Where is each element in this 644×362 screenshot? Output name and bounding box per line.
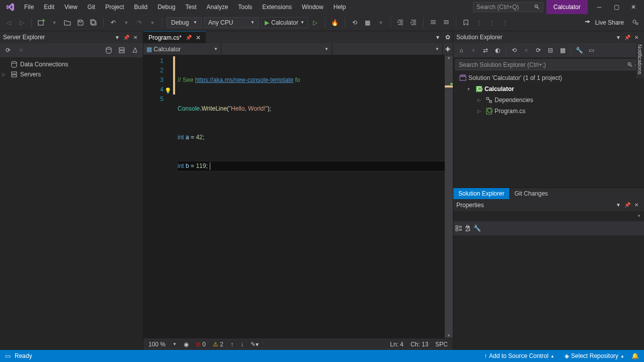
warning-icon[interactable]: ⚠ <box>213 341 218 348</box>
menu-tools[interactable]: Tools <box>233 2 257 13</box>
wrench-icon[interactable]: 🔧 <box>473 225 481 232</box>
select-repository-button[interactable]: ◈ Select Repository ▲ <box>561 352 627 359</box>
live-share-label[interactable]: Live Share <box>595 19 624 26</box>
dropdown-icon[interactable]: ▼ <box>614 33 623 42</box>
redo-button[interactable]: ↷ <box>134 17 145 28</box>
home-icon[interactable]: ⌂ <box>456 45 466 55</box>
zoom-level[interactable]: 100 % <box>148 341 166 348</box>
maximize-button[interactable]: ▢ <box>608 0 625 14</box>
chevron-right-icon[interactable]: ▷ <box>2 72 8 77</box>
menu-edit[interactable]: Edit <box>39 2 59 13</box>
chevron-down-icon[interactable]: ▾ <box>467 86 473 92</box>
close-button[interactable]: ✕ <box>625 0 642 14</box>
dependencies-node[interactable]: ▷ Dependencies <box>453 95 644 106</box>
close-icon[interactable]: ✕ <box>632 201 641 210</box>
chevron-right-icon[interactable]: ▷ <box>477 98 484 103</box>
show-all-files-icon[interactable]: ▦ <box>557 45 568 55</box>
pin-icon[interactable]: 📌 <box>623 33 632 42</box>
dropdown-icon[interactable]: ▾ <box>375 17 386 28</box>
type-combo[interactable]: ▼ <box>221 43 332 55</box>
new-project-button[interactable] <box>36 17 47 28</box>
project-node[interactable]: ▾ C# Calculator <box>453 83 644 95</box>
menu-project[interactable]: Project <box>100 2 129 13</box>
platform-combo[interactable]: Any CPU▼ <box>204 17 259 28</box>
tab-git-changes[interactable]: Git Changes <box>509 188 553 199</box>
indent-icon[interactable] <box>408 17 419 28</box>
nav-forward-button[interactable]: ▷ <box>16 17 27 28</box>
stop-icon[interactable]: ✕ <box>16 45 26 55</box>
preview-icon[interactable]: ▭ <box>586 45 596 55</box>
project-combo[interactable]: ▦ Calculator▼ <box>143 43 221 55</box>
alphabetical-icon[interactable]: AZ <box>464 225 471 232</box>
categorized-icon[interactable] <box>455 225 462 232</box>
dropdown-icon[interactable]: ▾ <box>121 17 132 28</box>
outdent-icon[interactable] <box>395 17 406 28</box>
menu-analyze[interactable]: Analyze <box>202 2 233 13</box>
chevron-right-icon[interactable]: ▷ <box>477 109 484 114</box>
dropdown-icon[interactable]: ▼ <box>614 201 623 210</box>
dropdown-icon[interactable]: ▾ <box>147 17 158 28</box>
dropdown-icon[interactable]: ▾ <box>433 32 443 42</box>
dropdown-icon[interactable]: ▾ <box>468 45 478 55</box>
minimize-button[interactable]: ─ <box>591 0 608 14</box>
output-icon[interactable]: ▭ <box>5 352 11 359</box>
switch-views-icon[interactable]: ⇄ <box>480 45 491 55</box>
settings-icon[interactable]: ✿ <box>443 32 453 42</box>
toolbar-icon[interactable]: ⋮ <box>487 17 498 28</box>
feedback-icon[interactable] <box>630 17 641 28</box>
properties-icon[interactable]: 🔧 <box>574 45 584 55</box>
dropdown-icon[interactable]: ▾ <box>521 45 531 55</box>
find-in-files-icon[interactable]: ▦ <box>362 17 373 28</box>
notifications-bell-icon[interactable]: 🔔 <box>631 352 639 359</box>
error-icon[interactable]: ⊘ <box>196 341 201 348</box>
nav-down-icon[interactable]: ↓ <box>240 341 244 348</box>
pending-changes-icon[interactable]: ◐ <box>493 45 503 55</box>
notifications-tab[interactable]: Notifications <box>636 40 644 78</box>
uncomment-icon[interactable] <box>441 17 452 28</box>
toolbar-icon[interactable]: ⋮ <box>500 17 511 28</box>
bookmark-icon[interactable] <box>460 17 471 28</box>
open-file-button[interactable] <box>62 17 73 28</box>
menu-view[interactable]: View <box>59 2 83 13</box>
indent-mode[interactable]: SPC <box>435 341 448 348</box>
pen-icon[interactable]: ✎▾ <box>251 341 259 348</box>
vertical-scrollbar[interactable]: ▲ ▼ <box>445 55 453 338</box>
menu-extensions[interactable]: Extensions <box>257 2 297 13</box>
member-combo[interactable]: ▼ <box>332 43 443 55</box>
editor-tab-program[interactable]: Program.cs* 📌 ✕ <box>143 31 206 43</box>
dropdown-icon[interactable]: ▾ <box>49 17 60 28</box>
tab-solution-explorer[interactable]: Solution Explorer <box>453 188 509 199</box>
comment-icon[interactable] <box>428 17 439 28</box>
pin-icon[interactable]: 📌 <box>623 201 632 210</box>
menu-window[interactable]: Window <box>297 2 329 13</box>
menu-test[interactable]: Test <box>181 2 202 13</box>
browser-link-icon[interactable]: ⟲ <box>349 17 360 28</box>
sync-icon[interactable]: ⟲ <box>509 45 519 55</box>
split-icon[interactable]: ✚ <box>443 43 453 55</box>
undo-button[interactable]: ↶ <box>108 17 119 28</box>
menu-git[interactable]: Git <box>83 2 100 13</box>
save-all-button[interactable] <box>88 17 99 28</box>
menu-file[interactable]: File <box>19 2 39 13</box>
connect-server-icon[interactable] <box>117 45 127 55</box>
start-without-debug-button[interactable]: ▷ <box>310 17 321 28</box>
tree-item-data-connections[interactable]: Data Connections <box>0 59 143 69</box>
refresh-icon[interactable]: ⟳ <box>3 45 13 55</box>
start-debugging-button[interactable]: ▶ Calculator ▼ <box>261 17 308 28</box>
refresh-icon[interactable]: ⟳ <box>533 45 543 55</box>
add-source-control-button[interactable]: ↑ Add to Source Control ▲ <box>481 352 557 359</box>
save-button[interactable] <box>75 17 86 28</box>
tree-item-servers[interactable]: ▷ Servers <box>0 69 143 79</box>
issues-health-icon[interactable]: ◉ <box>184 341 189 348</box>
dropdown-icon[interactable]: ▼ <box>173 342 177 346</box>
code-editor[interactable]: // See https://aka.ms/new-console-templa… <box>176 55 445 338</box>
menu-debug[interactable]: Debug <box>152 2 180 13</box>
menu-build[interactable]: Build <box>129 2 153 13</box>
program-file-node[interactable]: ▷ C# Program.cs <box>453 106 644 117</box>
hot-reload-icon[interactable]: 🔥 <box>330 17 341 28</box>
nav-up-icon[interactable]: ↑ <box>230 341 233 348</box>
solution-node[interactable]: Solution 'Calculator' (1 of 1 project) <box>453 72 644 83</box>
close-icon[interactable]: ✕ <box>196 34 201 41</box>
lightbulb-icon[interactable]: 💡 <box>165 86 172 96</box>
dropdown-icon[interactable]: ▼ <box>113 33 122 42</box>
